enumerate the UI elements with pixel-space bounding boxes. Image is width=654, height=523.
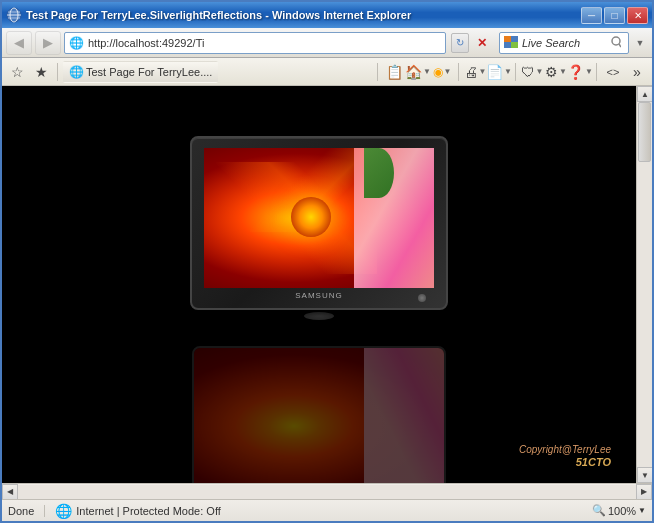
minimize-button[interactable]: ─ — [581, 7, 602, 24]
toolbar-separator-4 — [515, 63, 516, 81]
toolbar-separator-5 — [596, 63, 597, 81]
scroll-right-button[interactable]: ▶ — [636, 484, 652, 500]
developer-button[interactable]: <> — [602, 61, 624, 83]
address-text: http://localhost:49292/Ti — [88, 37, 441, 49]
scroll-up-button[interactable]: ▲ — [637, 86, 652, 102]
scroll-thumb[interactable] — [638, 102, 651, 162]
tv-reflection-bezel — [192, 346, 446, 483]
zone-globe-icon: 🌐 — [55, 503, 72, 519]
search-go-button[interactable] — [608, 34, 624, 52]
content-area: SAMSUNG Copyright@Terry — [2, 86, 652, 483]
page-icon-2: 📄 — [486, 64, 503, 80]
tv-stand — [304, 312, 334, 320]
stop-button[interactable]: ✕ — [472, 32, 492, 54]
svg-point-9 — [612, 37, 620, 45]
ie-window: Test Page For TerryLee.SilverlightReflec… — [0, 0, 654, 523]
window-controls: ─ □ ✕ — [581, 7, 648, 24]
tools-icon-1: 📋 — [386, 64, 403, 80]
rss-dropdown-icon: ▼ — [444, 67, 452, 76]
svg-line-10 — [619, 44, 621, 47]
toolbar-separator-1 — [57, 63, 58, 81]
green-leaf — [364, 148, 394, 198]
rss-button[interactable]: ◉ ▼ — [431, 61, 453, 83]
flower-image — [204, 148, 434, 288]
scroll-down-button[interactable]: ▼ — [637, 467, 652, 483]
home-icon: 🏠 — [405, 64, 422, 80]
zone-text: Internet | Protected Mode: Off — [76, 505, 221, 517]
reflection-pink — [364, 354, 436, 483]
page-dropdown-icon: ▼ — [504, 67, 512, 76]
navigation-bar: ◀ ▶ 🌐 http://localhost:49292/Ti ↻ ✕ — [2, 28, 652, 58]
address-bar[interactable]: 🌐 http://localhost:49292/Ti — [64, 32, 446, 54]
reflection-content — [206, 354, 436, 483]
stop-icon: ✕ — [477, 36, 487, 50]
safety-button[interactable]: 🛡 ▼ — [521, 61, 543, 83]
horizontal-scrollbar: ◀ ▶ — [2, 483, 652, 499]
page-content: SAMSUNG Copyright@Terry — [2, 86, 636, 483]
tools-button-2[interactable]: ⚙ ▼ — [545, 61, 567, 83]
home-dropdown-icon: ▼ — [423, 67, 431, 76]
scroll-track[interactable] — [637, 102, 652, 467]
star-icon: ☆ — [11, 64, 24, 80]
tv-power-button — [418, 294, 426, 302]
back-button[interactable]: ◀ — [6, 31, 32, 55]
search-placeholder: Live Search — [522, 37, 608, 49]
copyright-text: Copyright@TerryLee 51CTO — [519, 444, 611, 468]
title-bar: Test Page For TerryLee.SilverlightReflec… — [2, 2, 652, 28]
page-button[interactable]: 📄 ▼ — [488, 61, 510, 83]
live-search-icon — [504, 36, 518, 50]
h-scroll-track[interactable] — [18, 485, 636, 499]
zoom-dropdown-icon: ▼ — [638, 506, 646, 515]
tools-button-1[interactable]: 📋 — [383, 61, 405, 83]
window-icon — [6, 7, 22, 23]
favorites-star-button[interactable]: ☆ — [6, 61, 28, 83]
forward-button[interactable]: ▶ — [35, 31, 61, 55]
code-icon: <> — [607, 66, 620, 78]
page-icon: 🌐 — [69, 36, 84, 50]
toolbar-separator-3 — [458, 63, 459, 81]
safety-dropdown-icon: ▼ — [536, 67, 544, 76]
forward-icon: ▶ — [43, 35, 53, 50]
help-dropdown-icon: ▼ — [585, 67, 593, 76]
tv-reflection-screen — [206, 354, 436, 483]
search-dropdown-button[interactable]: ▼ — [632, 34, 648, 52]
add-star-icon: ★ — [35, 64, 48, 80]
svg-rect-5 — [504, 36, 511, 42]
zoom-control[interactable]: 🔍 100% ▼ — [592, 504, 646, 517]
svg-rect-6 — [511, 36, 518, 42]
back-icon: ◀ — [14, 35, 24, 50]
more-icon: » — [633, 64, 641, 80]
safety-icon: 🛡 — [521, 64, 535, 80]
rss-icon: ◉ — [433, 65, 443, 79]
status-bar: Done 🌐 Internet | Protected Mode: Off 🔍 … — [2, 499, 652, 521]
tv-brand-label: SAMSUNG — [295, 291, 342, 300]
copyright-line2: 51CTO — [519, 456, 611, 468]
tab-page-icon: 🌐 — [69, 65, 84, 79]
help-button[interactable]: ❓ ▼ — [569, 61, 591, 83]
tv-display: SAMSUNG — [190, 136, 448, 320]
print-icon: 🖨 — [464, 64, 478, 80]
zoom-level: 100% — [608, 505, 636, 517]
vertical-scrollbar: ▲ ▼ — [636, 86, 652, 483]
copyright-line1: Copyright@TerryLee — [519, 444, 611, 455]
refresh-icon: ↻ — [456, 37, 464, 48]
toolbar-separator-2 — [377, 63, 378, 81]
address-go-button[interactable]: ↻ — [451, 33, 469, 53]
page-tab[interactable]: 🌐 Test Page For TerryLee.... — [63, 61, 218, 83]
tv-reflection — [192, 346, 446, 483]
gear-icon: ⚙ — [545, 64, 558, 80]
zoom-icon: 🔍 — [592, 504, 606, 517]
tab-area: 🌐 Test Page For TerryLee.... — [63, 61, 372, 83]
help-icon: ❓ — [567, 64, 584, 80]
maximize-button[interactable]: □ — [604, 7, 625, 24]
close-button[interactable]: ✕ — [627, 7, 648, 24]
scroll-left-button[interactable]: ◀ — [2, 484, 18, 500]
more-button[interactable]: » — [626, 61, 648, 83]
print-button[interactable]: 🖨 ▼ — [464, 61, 486, 83]
svg-rect-7 — [504, 42, 511, 48]
tab-label: Test Page For TerryLee.... — [86, 66, 212, 78]
search-box[interactable]: Live Search — [499, 32, 629, 54]
add-favorites-button[interactable]: ★ — [30, 61, 52, 83]
home-button[interactable]: 🏠 ▼ — [407, 61, 429, 83]
toolbar: ☆ ★ 🌐 Test Page For TerryLee.... 📋 🏠 ▼ ◉… — [2, 58, 652, 86]
